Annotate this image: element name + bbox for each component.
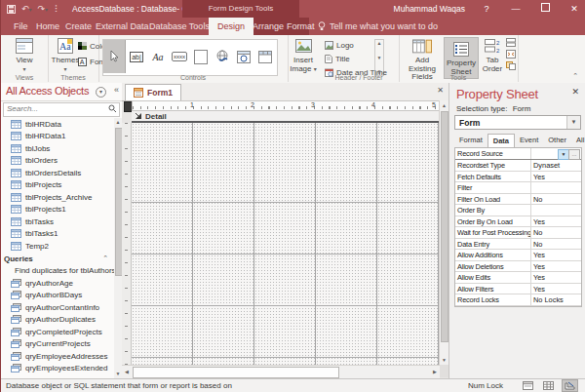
nav-query-item[interactable]: qryCurrentProjects [1, 338, 114, 351]
prop-tab-data[interactable]: Data [488, 134, 515, 148]
customize-qat-icon[interactable]: ᎒ [54, 0, 58, 18]
nav-table-item[interactable]: tblJobs [1, 142, 114, 155]
web-browser-control[interactable] [233, 40, 254, 73]
view-code-icon[interactable] [506, 50, 516, 59]
property-row[interactable]: Allow Edits Yes [455, 272, 581, 284]
label-control[interactable]: Aa [147, 40, 169, 73]
property-row-record-source[interactable]: Record Source ▼ … [455, 148, 581, 160]
nav-query-item[interactable]: qryCompletedProjects [1, 326, 114, 338]
nav-table-item[interactable]: tblOrders [1, 155, 114, 168]
nav-query-item[interactable]: qryAuthorBDays [1, 290, 114, 302]
design-view-button[interactable] [562, 379, 578, 392]
nav-table-item[interactable]: tblProjects1 [1, 204, 114, 216]
datasheet-view-button[interactable] [541, 380, 556, 391]
group-collapse-icon[interactable]: ⌃ [102, 255, 108, 262]
scroll-up-icon[interactable]: ▲ [440, 100, 448, 110]
tell-me-box[interactable]: Tell me what you want to do [318, 18, 438, 35]
property-row[interactable]: Allow Additions Yes [455, 250, 581, 261]
view-button[interactable]: View▾ [8, 37, 41, 73]
tab-order-button[interactable]: 22 Tab Order [479, 37, 506, 73]
document-tab-form1[interactable]: Form1 [125, 84, 181, 100]
property-row[interactable]: Record Locks No Locks [455, 294, 581, 306]
convert-macros-icon[interactable] [506, 61, 516, 70]
property-row[interactable]: Allow Deletions Yes [455, 261, 581, 273]
property-row[interactable]: Data Entry No [455, 239, 581, 251]
document-close-icon[interactable]: ✕ [437, 86, 444, 95]
nav-table-item[interactable]: tblOrdersDetails [1, 167, 114, 179]
subform-new-window-icon[interactable] [506, 38, 516, 47]
nav-table-item[interactable]: tblTasks1 [1, 228, 114, 241]
nav-query-item[interactable]: Find duplicates for tblAuthors [1, 265, 114, 278]
record-source-value[interactable]: ▼ … [531, 148, 581, 159]
minimize-button[interactable]: — [508, 0, 524, 18]
prop-tab-event[interactable]: Event [515, 134, 543, 147]
nav-pane-title[interactable]: All Access Objects [6, 85, 89, 97]
search-icon[interactable] [108, 104, 117, 113]
themes-button[interactable]: Aa Themes▾ [49, 37, 82, 73]
prop-tab-format[interactable]: Format [454, 134, 488, 147]
prop-tab-all[interactable]: All [571, 134, 585, 147]
property-row[interactable]: Recordset Type Dynaset [455, 160, 581, 172]
scroll-down-icon[interactable]: ▼ [114, 370, 122, 378]
horizontal-scrollbar[interactable]: ◀ ▶ [122, 365, 440, 378]
nav-query-item[interactable]: qryAuthorContantInfo [1, 301, 114, 314]
navigation-control[interactable] [254, 40, 276, 73]
detail-section-header[interactable]: Detail [132, 111, 440, 123]
button-control[interactable]: xxxx [169, 40, 190, 73]
property-row[interactable]: Filter On Load No [455, 194, 581, 206]
help-button[interactable]: ? [479, 0, 494, 18]
object-combo[interactable]: Form ▼ [454, 115, 581, 130]
nav-group-queries[interactable]: Queries ⌃ [1, 253, 114, 265]
property-row[interactable]: Order By [455, 205, 581, 216]
nav-table-item[interactable]: tblProjects_Archive [1, 191, 114, 204]
tab-format[interactable]: Format [278, 18, 324, 35]
design-grid[interactable] [132, 123, 440, 365]
nav-table-item[interactable]: tblTasks [1, 216, 114, 228]
nav-query-item[interactable]: qryAuthorDuplicates [1, 314, 114, 327]
nav-scrollbar[interactable]: ▲ ▼ [114, 118, 122, 378]
v-scroll-thumb[interactable] [441, 111, 448, 342]
undo-icon[interactable]: ↶▾ [21, 0, 32, 19]
select-control[interactable] [103, 40, 126, 73]
hyperlink-control[interactable] [212, 40, 233, 73]
nav-table-item[interactable]: tblHRData1 [1, 131, 114, 143]
save-icon[interactable] [7, 5, 16, 14]
redo-icon[interactable]: ↷▾ [38, 0, 49, 19]
property-row[interactable]: Order By On Load Yes [455, 216, 581, 228]
title-button[interactable]: Title [325, 53, 350, 64]
nav-query-item[interactable]: qryAuthorAge [1, 277, 114, 290]
text-box-control[interactable]: ab| [126, 40, 147, 73]
form-view-button[interactable] [521, 380, 535, 391]
scroll-left-icon[interactable]: ◀ [122, 366, 132, 378]
account-name[interactable]: Muhammad Waqas [394, 4, 465, 14]
logo-button[interactable]: Logo [325, 39, 354, 51]
nav-query-item[interactable]: qryEmployeesExtended [1, 363, 114, 375]
record-source-builder-icon[interactable]: … [568, 149, 580, 160]
search-input[interactable]: Search... [3, 102, 120, 117]
nav-table-item[interactable]: tblHRData [1, 118, 114, 131]
vertical-scrollbar[interactable]: ▲ ▼ [439, 100, 448, 365]
tab-control[interactable] [190, 40, 212, 73]
scroll-right-icon[interactable]: ▶ [430, 366, 440, 378]
combo-dropdown-icon[interactable]: ▼ [566, 116, 580, 129]
tab-database-tools[interactable]: Database Tools [140, 18, 218, 35]
nav-table-item[interactable]: Temp2 [1, 240, 114, 253]
property-row[interactable]: Wait for Post Processing No [455, 227, 581, 239]
property-sheet-button[interactable]: Property Sheet [444, 37, 479, 79]
nav-menu-icon[interactable]: ▾ [96, 87, 106, 98]
prop-tab-other[interactable]: Other [543, 134, 571, 147]
scroll-down-icon[interactable]: ▼ [440, 355, 448, 365]
close-button[interactable]: ✕ [566, 0, 582, 18]
property-row[interactable]: Fetch Defaults Yes [455, 172, 581, 183]
maximize-button[interactable] [537, 0, 553, 18]
property-row[interactable]: Allow Filters Yes [455, 284, 581, 295]
h-scroll-thumb[interactable] [133, 367, 339, 378]
nav-table-item[interactable]: tblProjects [1, 179, 114, 192]
nav-query-item[interactable]: qryEmployeeAddresses [1, 350, 114, 363]
scroll-up-icon[interactable]: ▲ [114, 118, 122, 127]
property-sheet-close-icon[interactable]: ✕ [571, 87, 579, 97]
insert-image-button[interactable]: Insert Image ▾ [287, 37, 320, 73]
collapse-ribbon-icon[interactable]: ⌃ [572, 72, 578, 80]
shutter-bar-close-icon[interactable]: « [114, 85, 119, 95]
property-row[interactable]: Filter [455, 182, 581, 194]
